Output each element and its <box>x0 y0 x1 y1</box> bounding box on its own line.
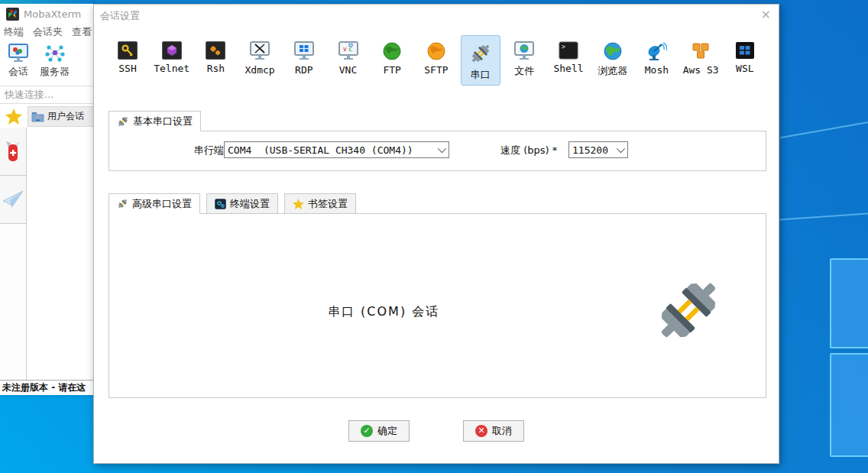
rsh-icon <box>206 41 225 60</box>
servers-button-label: 服务器 <box>40 65 70 79</box>
session-type-ssh[interactable]: SSH <box>108 35 147 86</box>
cancel-button[interactable]: ✕ 取消 <box>463 420 524 442</box>
tab-bookmark-settings[interactable]: 书签设置 <box>284 193 356 214</box>
close-icon[interactable]: ✕ <box>761 8 771 22</box>
session-type-vnc[interactable]: vc VNC <box>329 35 368 86</box>
x-icon: ✕ <box>475 425 487 437</box>
tab-user-sessions-label: 用户会话 <box>47 110 84 123</box>
svg-text:>: > <box>562 44 565 50</box>
plug-small-icon <box>117 115 129 128</box>
servers-network-icon <box>44 44 66 63</box>
status-bar: 未注册版本 - 请在这 <box>0 380 93 395</box>
ssh-key-icon <box>118 41 138 60</box>
session-type-file[interactable]: 文件 <box>504 35 544 86</box>
ftp-globe-icon <box>382 41 402 61</box>
session-type-browser[interactable]: 浏览器 <box>593 35 633 86</box>
toolbar: 会话 服务器 <box>0 41 93 84</box>
session-button[interactable]: 会话 <box>8 41 29 84</box>
tab-terminal-settings[interactable]: 终端设置 <box>206 193 278 214</box>
paper-plane-icon <box>2 190 24 209</box>
session-type-ftp[interactable]: FTP <box>372 35 412 86</box>
send-button[interactable] <box>0 176 26 224</box>
wallpaper-line <box>780 120 868 139</box>
rdp-icon <box>293 41 315 61</box>
terminal-settings-icon <box>215 199 226 209</box>
session-button-label: 会话 <box>8 65 28 79</box>
aws-s3-icon <box>690 41 711 61</box>
user-folder-icon <box>31 112 44 122</box>
session-type-mosh[interactable]: Mosh <box>636 35 676 86</box>
menu-sessions[interactable]: 会话夹 <box>33 25 63 39</box>
session-type-aws-s3[interactable]: Aws S3 <box>681 35 721 86</box>
tab-user-sessions[interactable]: 用户会话 <box>28 106 93 127</box>
ok-button[interactable]: ✓ 确定 <box>348 420 410 442</box>
menu-view[interactable]: 查看 <box>72 25 92 39</box>
serial-session-text: 串口 (COM) 会话 <box>328 304 439 320</box>
titlebar: MobaXterm <box>0 4 93 24</box>
session-type-serial[interactable]: 串口 <box>461 35 500 86</box>
tools-button[interactable] <box>0 128 26 176</box>
session-tree-header: 用户会话 <box>0 105 93 128</box>
dialog-title: 会话设置 <box>100 9 140 23</box>
quick-connect-field[interactable]: 快速连接... <box>0 86 93 104</box>
tab-basic-serial-settings[interactable]: 基本串口设置 <box>108 111 201 131</box>
dialog-buttons: ✓ 确定 ✕ 取消 <box>94 420 779 442</box>
speed-label: 速度 (bps) * <box>500 144 557 157</box>
serial-session-panel: 串口 (COM) 会话 <box>108 213 766 398</box>
session-type-rsh[interactable]: Rsh <box>196 35 235 86</box>
plug-small-icon <box>117 198 128 209</box>
wallpaper-line <box>779 212 868 220</box>
sftp-globe-icon <box>426 41 446 61</box>
wallpaper-window-pane <box>830 258 868 348</box>
session-settings-dialog: 会话设置 ✕ SSH Telnet Rsh Xdmcp RDP vc VNC <box>93 4 779 464</box>
unregistered-status: 未注册版本 - 请在这 <box>2 381 86 394</box>
vnc-icon: vc <box>338 41 359 61</box>
bookmark-star-icon[interactable] <box>0 109 28 125</box>
check-icon: ✓ <box>361 425 373 437</box>
browser-icon <box>603 41 623 61</box>
svg-text:v: v <box>343 46 347 53</box>
shell-icon: > <box>559 41 578 60</box>
swiss-knife-icon <box>5 140 21 163</box>
settings-subtabs: 高级串口设置 终端设置 书签设置 <box>108 193 356 214</box>
file-icon <box>513 41 535 61</box>
mosh-icon <box>646 41 667 61</box>
session-type-telnet[interactable]: Telnet <box>152 35 192 86</box>
tab-advanced-serial-settings[interactable]: 高级串口设置 <box>108 193 200 214</box>
servers-button[interactable]: 服务器 <box>40 41 70 84</box>
serial-plug-illustration-icon <box>653 275 724 345</box>
menubar: 终端 会话夹 查看 <box>0 24 93 40</box>
session-type-row: SSH Telnet Rsh Xdmcp RDP vc VNC FTP SFTP <box>108 35 765 89</box>
left-tool-rail <box>0 128 27 380</box>
session-monitor-icon <box>8 44 29 63</box>
menu-terminal[interactable]: 终端 <box>4 25 24 39</box>
wallpaper-window-pane <box>830 353 868 457</box>
basic-serial-groupbox: 串行端口 * COM4 (USB-SERIAL CH340 (COM4)) 速度… <box>108 131 766 171</box>
serial-plug-icon <box>469 42 492 65</box>
chevron-down-icon <box>617 144 625 153</box>
svg-text:c: c <box>348 46 352 53</box>
window-title: MobaXterm <box>24 8 81 20</box>
star-icon <box>293 199 304 209</box>
wsl-icon <box>735 41 755 60</box>
session-type-xdmcp[interactable]: Xdmcp <box>240 35 280 86</box>
xdmcp-icon <box>249 41 270 61</box>
session-type-shell[interactable]: > Shell <box>549 35 588 86</box>
mobaxterm-main-window: MobaXterm 终端 会话夹 查看 会话 服务器 快速连接... 用户会话 <box>0 0 93 395</box>
session-type-wsl[interactable]: WSL <box>725 35 765 86</box>
mobaxterm-logo-icon <box>6 8 19 21</box>
speed-select[interactable]: 115200 <box>568 141 628 158</box>
telnet-icon <box>162 41 182 60</box>
session-type-rdp[interactable]: RDP <box>284 35 324 86</box>
chevron-down-icon <box>438 144 446 153</box>
session-type-sftp[interactable]: SFTP <box>416 35 456 86</box>
serial-port-select[interactable]: COM4 (USB-SERIAL CH340 (COM4)) <box>224 141 449 158</box>
